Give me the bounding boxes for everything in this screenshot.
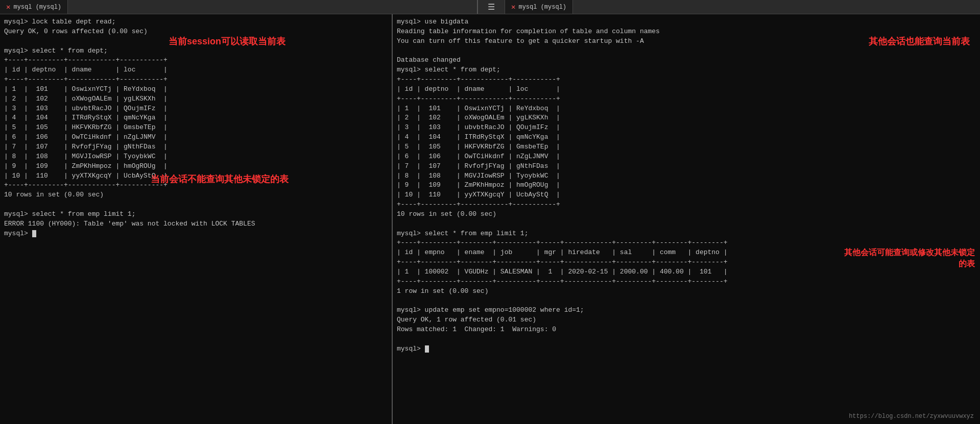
annotation-right-1: 其他会话也能查询当前表: [869, 35, 970, 48]
annotation-left-1: 当前session可以读取当前表: [169, 35, 285, 48]
left-tab-title: mysql (mysql): [13, 4, 61, 11]
right-tab[interactable]: ☰: [477, 0, 505, 14]
right-panel: mysql> use bigdata Reading table informa…: [393, 14, 980, 424]
annotation-right-2: 其他会话可能查询或修改其他未锁定的表: [842, 247, 975, 270]
right-window-tab[interactable]: ✕ mysql (mysql): [505, 0, 573, 14]
left-panel: mysql> lock table dept read; Query OK, 0…: [0, 14, 393, 424]
right-terminal[interactable]: mysql> use bigdata Reading table informa…: [393, 14, 980, 424]
left-tab[interactable]: ✕ mysql (mysql): [0, 0, 68, 14]
left-terminal-content: mysql> lock table dept read; Query OK, 0…: [4, 17, 388, 238]
close-icon-left[interactable]: ✕: [6, 3, 10, 11]
menu-icon[interactable]: ☰: [484, 2, 498, 12]
close-icon-right[interactable]: ✕: [511, 3, 515, 11]
right-tab-title: mysql (mysql): [518, 4, 566, 11]
left-terminal[interactable]: mysql> lock table dept read; Query OK, 0…: [0, 14, 392, 424]
annotation-left-2: 当前会话不能查询其他未锁定的表: [151, 172, 289, 186]
right-terminal-content: mysql> use bigdata Reading table informa…: [397, 17, 976, 354]
footer-url: https://blog.csdn.net/zyxwvuuvwxyz: [849, 412, 974, 421]
